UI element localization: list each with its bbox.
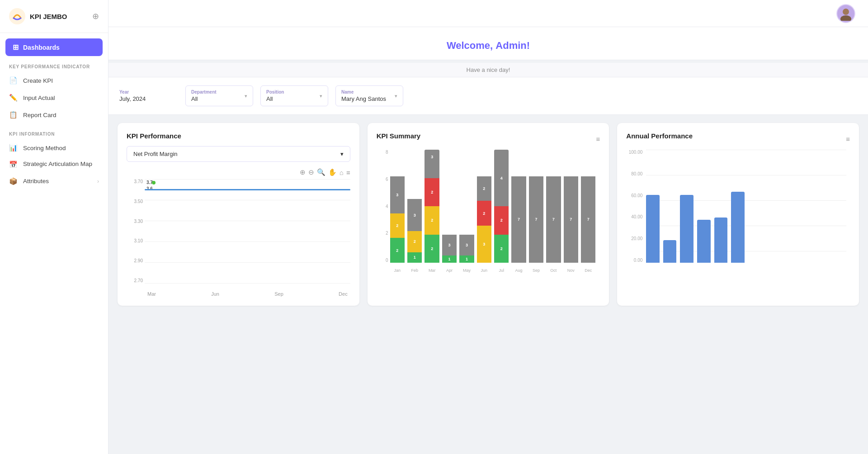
- bar-col-4: 13: [459, 150, 474, 263]
- chevron-down-icon: ▾: [245, 93, 247, 99]
- y-label-0: 3.70: [127, 179, 143, 184]
- sy-2: 2: [377, 231, 388, 236]
- kpi-dropdown[interactable]: Net Profit Margin ▾: [127, 146, 350, 162]
- sidebar-item-scoring-method[interactable]: 📊 Scoring Method: [0, 139, 108, 156]
- grid-line-4: [145, 262, 350, 263]
- ay-60: 60.00: [626, 193, 642, 198]
- kpi-performance-card: KPI Performance Net Profit Margin ▾ ⊕ ⊖ …: [118, 123, 359, 306]
- summary-bars: 2231232223131332222477777: [390, 150, 596, 263]
- sidebar-item-strategic-map[interactable]: 📅 Strategic Articulation Map: [0, 156, 108, 173]
- annual-bar-col-11: [833, 150, 847, 263]
- department-value: All: [191, 95, 242, 102]
- annual-y-labels: 100.00 80.00 60.00 40.00 20.00 0.00: [626, 150, 642, 263]
- zoom-in-icon[interactable]: ⊕: [300, 168, 306, 176]
- annual-bar-col-2: [680, 150, 693, 263]
- kpi-dropdown-label: Net Profit Margin: [133, 151, 178, 157]
- logo-icon: [9, 8, 25, 24]
- strategic-map-label: Strategic Articulation Map: [23, 160, 99, 168]
- annual-bar-col-7: [765, 150, 778, 263]
- dashboard-grid: KPI Performance Net Profit Margin ▾ ⊕ ⊖ …: [108, 115, 868, 314]
- ay-40: 40.00: [626, 214, 642, 219]
- bar-col-6: 224: [494, 150, 509, 263]
- sy-8: 8: [377, 150, 388, 155]
- bar-col-1: 123: [407, 150, 422, 263]
- annual-performance-card: Annual Performance ≡ 100.00 80.00 60.00 …: [617, 123, 859, 306]
- search-icon[interactable]: 🔍: [317, 168, 326, 176]
- annual-bar-col-6: [748, 150, 762, 263]
- scoring-method-icon: 📊: [9, 144, 18, 152]
- name-label: Name: [341, 90, 392, 95]
- summary-menu-icon[interactable]: ≡: [596, 135, 600, 143]
- position-filter[interactable]: Position All ▾: [260, 85, 328, 106]
- sidebar-item-input-actual[interactable]: ✏️ Input Actual: [0, 89, 108, 106]
- input-actual-icon: ✏️: [9, 94, 18, 102]
- svg-point-2: [840, 15, 851, 21]
- home-icon[interactable]: ⌂: [340, 169, 344, 176]
- chevron-down-icon-3: ▾: [395, 93, 397, 99]
- name-value: Mary Ang Santos: [341, 95, 392, 102]
- avatar-image: [839, 6, 853, 21]
- chart-blue-line: [145, 189, 350, 190]
- sx-label-7: Aug: [511, 268, 526, 273]
- sidebar-item-report-card[interactable]: 📋 Report Card: [0, 106, 108, 123]
- create-kpi-icon: 📄: [9, 76, 18, 85]
- bar-col-9: 7: [546, 150, 561, 263]
- annual-bars: [646, 150, 846, 263]
- y-label-2: 3.30: [127, 219, 143, 224]
- sx-label-0: Jan: [390, 268, 405, 273]
- annual-bar-col-10: [816, 150, 830, 263]
- y-label-1: 3.50: [127, 199, 143, 204]
- sidebar-item-dashboards[interactable]: ⊞ Dashboards: [5, 38, 103, 56]
- sx-label-5: Jun: [477, 268, 491, 273]
- sx-label-9: Oct: [546, 268, 561, 273]
- year-value: July, 2024: [119, 95, 178, 102]
- bar-col-3: 13: [442, 150, 457, 263]
- have-nice-day: Have a nice day!: [108, 63, 868, 77]
- sy-0: 0: [377, 258, 388, 263]
- topbar: [108, 0, 868, 27]
- x-label-dec: Dec: [339, 291, 348, 297]
- sx-label-3: Apr: [442, 268, 457, 273]
- add-icon[interactable]: ⊕: [92, 11, 99, 21]
- sx-label-11: Dec: [581, 268, 595, 273]
- attributes-icon: 📦: [9, 177, 18, 185]
- input-actual-label: Input Actual: [23, 95, 99, 101]
- annual-bar-col-3: [697, 150, 711, 263]
- annual-menu-icon[interactable]: ≡: [846, 135, 850, 143]
- zoom-out-icon[interactable]: ⊖: [308, 168, 314, 176]
- bar-col-11: 7: [581, 150, 595, 263]
- kpi-chart-area: 3.70 3.50 3.30 3.10 2.90 2.70: [127, 179, 350, 297]
- menu-icon[interactable]: ≡: [346, 169, 350, 176]
- x-label-jun: Jun: [211, 291, 219, 297]
- avatar: [836, 4, 855, 23]
- position-value: All: [266, 95, 317, 102]
- position-label: Position: [266, 90, 317, 95]
- chart-inner: 3.7 3.6: [145, 179, 350, 283]
- bar-col-2: 2223: [425, 150, 439, 263]
- scoring-method-label: Scoring Method: [23, 145, 99, 151]
- name-filter[interactable]: Name Mary Ang Santos ▾: [335, 85, 403, 106]
- annual-bar-col-8: [782, 150, 796, 263]
- annual-bar-col-5: [731, 150, 745, 263]
- sidebar: KPI JEMBO ⊕ ⊞ Dashboards KEY PERFORMANCE…: [0, 0, 108, 454]
- department-label: Department: [191, 90, 242, 95]
- ay-0: 0.00: [626, 258, 642, 263]
- section-kpi-info: KPI INFORMATION: [0, 123, 108, 139]
- attributes-label: Attributes: [23, 178, 92, 184]
- welcome-static: Welcome,: [447, 40, 493, 51]
- department-filter[interactable]: Department All ▾: [185, 85, 253, 106]
- chart-x-labels: Mar Jun Sep Dec: [145, 291, 350, 297]
- dashboards-label: Dashboards: [23, 44, 60, 51]
- sx-label-6: Jul: [494, 268, 509, 273]
- y-label-4: 2.90: [127, 258, 143, 263]
- summary-y-labels: 8 6 4 2 0: [377, 150, 388, 263]
- sidebar-item-create-kpi[interactable]: 📄 Create KPI: [0, 72, 108, 89]
- pan-icon[interactable]: ✋: [328, 168, 337, 176]
- bar-col-8: 7: [529, 150, 543, 263]
- chart-dot: [152, 181, 156, 184]
- chevron-right-icon: ›: [97, 178, 99, 184]
- kpi-performance-title: KPI Performance: [127, 132, 350, 140]
- sidebar-item-attributes[interactable]: 📦 Attributes ›: [0, 173, 108, 190]
- x-label-sep: Sep: [274, 291, 283, 297]
- sx-label-8: Sep: [529, 268, 543, 273]
